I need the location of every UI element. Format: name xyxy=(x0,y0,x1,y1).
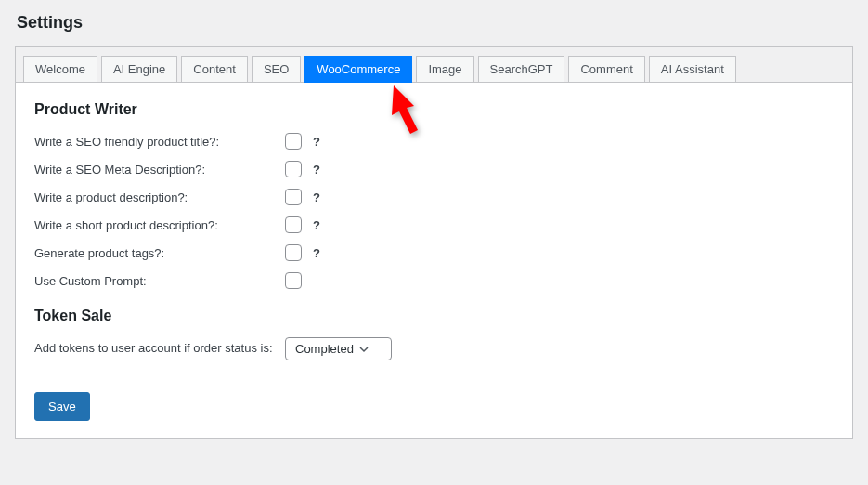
section-token-sale: Token Sale Add tokens to user account if… xyxy=(34,308,834,360)
section-title-product-writer: Product Writer xyxy=(34,101,834,118)
tabs-nav: Welcome AI Engine Content SEO WooCommerc… xyxy=(16,47,852,83)
save-button[interactable]: Save xyxy=(34,392,90,421)
label-custom-prompt: Use Custom Prompt: xyxy=(34,274,285,288)
section-title-token-sale: Token Sale xyxy=(34,308,834,324)
checkbox-tags[interactable] xyxy=(285,244,302,261)
row-seo-meta: Write a SEO Meta Description?: ? xyxy=(34,159,834,179)
help-icon[interactable]: ? xyxy=(313,163,320,177)
row-custom-prompt: Use Custom Prompt: xyxy=(34,270,834,291)
help-icon[interactable]: ? xyxy=(313,190,320,204)
help-icon[interactable]: ? xyxy=(313,246,320,260)
page-title: Settings xyxy=(0,0,868,33)
label-short-desc: Write a short product description?: xyxy=(34,218,285,232)
label-product-desc: Write a product description?: xyxy=(34,190,285,204)
tab-woocommerce[interactable]: WooCommerce xyxy=(304,56,412,83)
tab-content-area: Product Writer Write a SEO friendly prod… xyxy=(16,83,852,360)
help-icon[interactable]: ? xyxy=(313,135,320,149)
checkbox-seo-meta[interactable] xyxy=(285,161,302,177)
checkbox-seo-title[interactable] xyxy=(285,133,302,150)
tab-seo[interactable]: SEO xyxy=(252,56,301,83)
checkbox-short-desc[interactable] xyxy=(285,216,302,233)
select-value: Completed xyxy=(295,342,354,356)
row-seo-title: Write a SEO friendly product title?: ? xyxy=(34,131,834,151)
label-seo-meta: Write a SEO Meta Description?: xyxy=(34,163,285,177)
label-token-status: Add tokens to user account if order stat… xyxy=(34,340,285,357)
tab-ai-engine[interactable]: AI Engine xyxy=(101,56,177,83)
help-icon[interactable]: ? xyxy=(313,218,320,232)
tab-content[interactable]: Content xyxy=(181,56,248,83)
tab-ai-assistant[interactable]: AI Assistant xyxy=(649,56,736,83)
settings-panel: Welcome AI Engine Content SEO WooCommerc… xyxy=(15,46,853,439)
row-token-status: Add tokens to user account if order stat… xyxy=(34,337,834,360)
checkbox-product-desc[interactable] xyxy=(285,189,302,205)
tab-image[interactable]: Image xyxy=(416,56,473,83)
row-product-desc: Write a product description?: ? xyxy=(34,187,834,207)
tab-welcome[interactable]: Welcome xyxy=(23,56,97,83)
label-seo-title: Write a SEO friendly product title?: xyxy=(34,135,285,149)
select-order-status[interactable]: Completed xyxy=(285,337,392,360)
checkbox-custom-prompt[interactable] xyxy=(285,272,302,289)
chevron-down-icon xyxy=(359,345,369,354)
row-short-desc: Write a short product description?: ? xyxy=(34,215,834,235)
tab-comment[interactable]: Comment xyxy=(568,56,644,83)
tab-searchgpt[interactable]: SearchGPT xyxy=(478,56,565,83)
label-tags: Generate product tags?: xyxy=(34,246,285,260)
row-tags: Generate product tags?: ? xyxy=(34,242,834,263)
